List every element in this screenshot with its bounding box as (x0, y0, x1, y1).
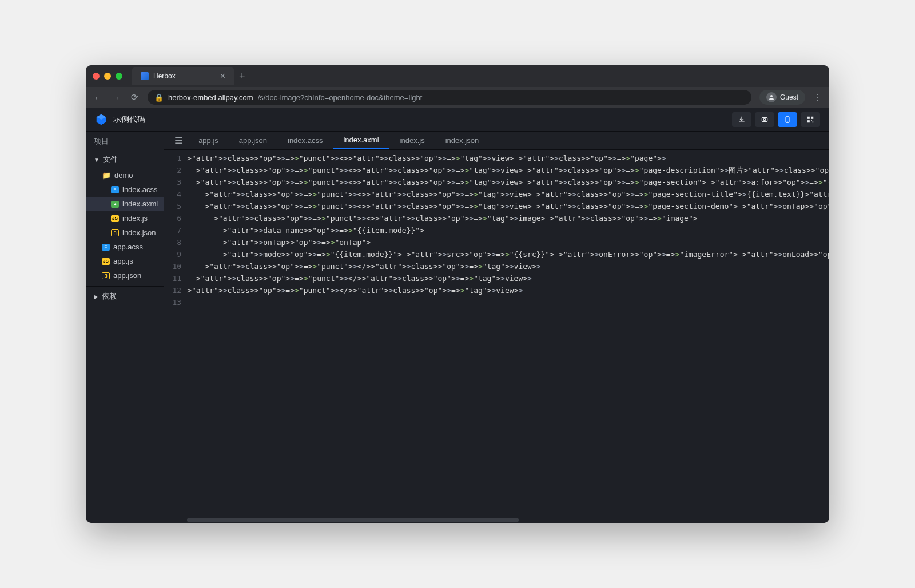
code-editor[interactable]: 12345678910111213 >"attr">>class>>"op">>… (164, 150, 829, 517)
svg-rect-8 (811, 120, 812, 121)
forward-button[interactable]: → (111, 93, 121, 102)
editor-tab-app-js[interactable]: app.js (188, 132, 229, 149)
file-item-index-axml[interactable]: ⬥index.axml (86, 197, 164, 211)
sidebar-section-files[interactable]: ▼ 文件 (86, 151, 164, 168)
minimize-window-button[interactable] (104, 73, 111, 80)
editor-tabs: ☰ app.jsapp.jsonindex.acssindex.axmlinde… (164, 132, 829, 150)
titlebar: Herbox × + (86, 65, 829, 87)
folder-icon: 📁 (102, 171, 111, 180)
back-button[interactable]: ← (93, 93, 103, 102)
maximize-window-button[interactable] (116, 73, 122, 80)
file-item-app-acss[interactable]: ≡app.acss (86, 240, 164, 254)
sidebar-header: 项目 (86, 132, 164, 151)
app-logo-icon (95, 113, 108, 126)
folder-demo[interactable]: 📁 demo (86, 168, 164, 182)
svg-point-0 (770, 95, 773, 97)
tab-close-icon[interactable]: × (220, 71, 225, 81)
deps-label: 依赖 (102, 291, 117, 301)
browser-menu-icon[interactable]: ⋮ (813, 92, 822, 103)
guest-label: Guest (780, 93, 798, 101)
json-file-icon: {} (102, 272, 110, 279)
reload-button[interactable]: ⟳ (129, 92, 140, 102)
main: 项目 ▼ 文件 📁 demo ≡index.acss⬥index.axmlJSi… (86, 132, 829, 523)
acss-file-icon: ≡ (102, 244, 110, 251)
traffic-lights (93, 73, 122, 80)
svg-point-2 (763, 118, 766, 121)
js-file-icon: JS (102, 258, 110, 265)
qrcode-button[interactable] (801, 112, 820, 127)
screenshot-button[interactable] (755, 112, 774, 127)
download-button[interactable] (732, 112, 751, 127)
acss-file-icon: ≡ (111, 186, 119, 193)
scrollbar-thumb[interactable] (187, 518, 519, 522)
code-content: >"attr">>class>>"op">>=>>"punct">><>>"at… (187, 150, 829, 517)
tab-title: Herbox (153, 72, 176, 80)
editor-tab-app-json[interactable]: app.json (229, 132, 277, 149)
svg-rect-6 (811, 116, 813, 118)
file-item-index-js[interactable]: JSindex.js (86, 211, 164, 225)
files-label: 文件 (103, 154, 118, 165)
new-tab-button[interactable]: + (239, 70, 245, 82)
hamburger-menu-icon[interactable]: ☰ (169, 135, 188, 146)
svg-rect-7 (807, 120, 810, 122)
chevron-right-icon: ▶ (94, 293, 98, 300)
phone-preview-button[interactable] (778, 112, 797, 127)
guest-profile-button[interactable]: Guest (759, 90, 805, 105)
lock-icon: 🔒 (154, 93, 164, 102)
file-item-app-js[interactable]: JSapp.js (86, 254, 164, 268)
file-item-index-acss[interactable]: ≡index.acss (86, 182, 164, 197)
address-bar: ← → ⟳ 🔒 herbox-embed.alipay.com/s/doc-im… (86, 87, 829, 108)
browser-window: Herbox × + ← → ⟳ 🔒 herbox-embed.alipay.c… (86, 65, 829, 523)
horizontal-scrollbar[interactable] (164, 517, 829, 523)
json-file-icon: {} (111, 229, 119, 236)
url-input[interactable]: 🔒 herbox-embed.alipay.com/s/doc-image?ch… (148, 90, 751, 105)
close-window-button[interactable] (93, 73, 100, 80)
chevron-down-icon: ▼ (94, 157, 100, 163)
editor-tab-index-js[interactable]: index.js (389, 132, 435, 149)
svg-rect-9 (813, 121, 814, 122)
file-item-app-json[interactable]: {}app.json (86, 268, 164, 283)
url-host: herbox-embed.alipay.com (168, 93, 253, 102)
sidebar-section-deps[interactable]: ▶ 依赖 (86, 286, 164, 305)
tab-favicon-icon (141, 72, 149, 80)
header-actions (732, 112, 820, 127)
sidebar: 项目 ▼ 文件 📁 demo ≡index.acss⬥index.axmlJSi… (86, 132, 164, 523)
file-item-index-json[interactable]: {}index.json (86, 225, 164, 240)
url-path: /s/doc-image?chInfo=openhome-doc&theme=l… (258, 93, 423, 102)
folder-name: demo (114, 171, 133, 180)
svg-rect-5 (807, 116, 810, 118)
editor-tab-index-json[interactable]: index.json (435, 132, 490, 149)
js-file-icon: JS (111, 215, 119, 222)
avatar-icon (766, 92, 777, 102)
app-header: 示例代码 (86, 108, 829, 132)
editor-tab-index-axml[interactable]: index.axml (333, 132, 389, 149)
editor-area: ☰ app.jsapp.jsonindex.acssindex.axmlinde… (164, 132, 829, 523)
browser-tab[interactable]: Herbox × (132, 67, 234, 85)
line-numbers: 12345678910111213 (164, 150, 187, 517)
app-title: 示例代码 (113, 114, 145, 125)
editor-tab-index-acss[interactable]: index.acss (277, 132, 333, 149)
axml-file-icon: ⬥ (111, 201, 119, 208)
svg-rect-1 (762, 117, 767, 121)
